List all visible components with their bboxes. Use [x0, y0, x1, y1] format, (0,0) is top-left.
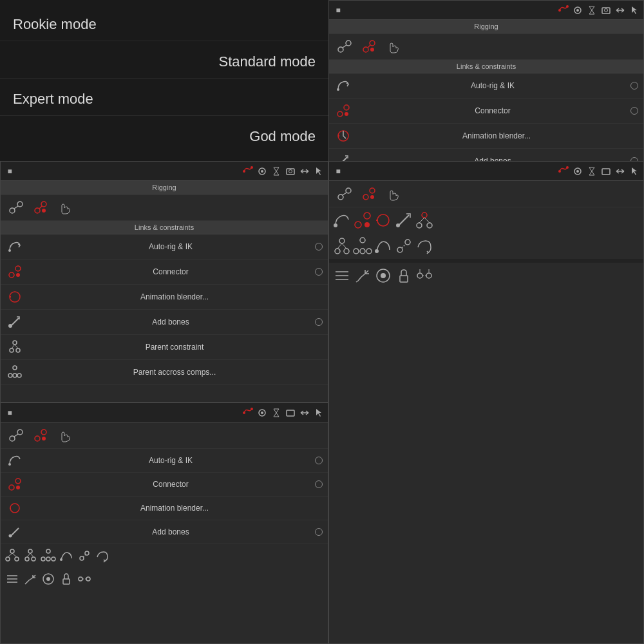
svg-point-127 — [338, 194, 343, 200]
svg-point-139 — [396, 223, 400, 227]
connector-icon-exp[interactable] — [32, 426, 50, 444]
svg-point-81 — [261, 412, 263, 414]
rig-icon-exp — [243, 408, 253, 418]
parentacross2-icon-god[interactable] — [354, 237, 372, 255]
hourglass-icon-exp — [271, 408, 281, 418]
square-icon: ■ — [333, 5, 343, 15]
rigging-header-std: Rigging — [1, 181, 328, 194]
main-container: Rookie mode Standard mode Expert mode Go… — [0, 0, 644, 644]
menu-item-addbones-std[interactable]: Add bones — [1, 310, 328, 335]
orient2-icon-god[interactable] — [415, 237, 433, 255]
expose2-icon-god[interactable] — [354, 267, 372, 285]
addlist2-icon-god[interactable] — [333, 267, 351, 285]
svg-point-118 — [46, 577, 50, 581]
menu-item-animblend-exp[interactable]: Animation blender... — [1, 497, 328, 520]
menu-item-autorig-std[interactable]: Auto-rig & IK — [1, 234, 328, 260]
autorig-icon-std — [6, 238, 24, 256]
svg-line-72 — [12, 345, 15, 348]
arrows-icon-god — [615, 166, 625, 176]
svg-rect-163 — [400, 276, 408, 282]
parentconst2-icon-god[interactable] — [333, 237, 351, 255]
pos2-icon-god[interactable] — [395, 237, 413, 255]
menu-item-animblend-tr[interactable]: Animation blender... — [329, 124, 643, 149]
zero2-icon-god[interactable] — [374, 267, 392, 285]
animblend2-icon-god[interactable] — [374, 211, 392, 229]
connector2-icon-god[interactable] — [354, 211, 372, 229]
svg-line-113 — [83, 554, 86, 557]
svg-line-73 — [15, 345, 18, 348]
svg-point-150 — [360, 238, 365, 243]
autorig-icon-god[interactable] — [333, 211, 351, 229]
cursor-icon-exp — [314, 408, 324, 418]
svg-point-120 — [79, 577, 82, 581]
connector-icon-std[interactable] — [32, 198, 50, 216]
menu-item-addbones-exp[interactable]: Add bones — [1, 520, 328, 544]
hand-icon-god[interactable] — [384, 185, 402, 203]
autoparent2-icon-god[interactable] — [415, 211, 433, 229]
path-icon-grid[interactable] — [59, 548, 74, 564]
menu-item-connector-exp[interactable]: Connector — [1, 473, 328, 497]
autoparent-icon-grid[interactable] — [5, 548, 20, 564]
svg-point-152 — [360, 249, 365, 254]
menu-item-parentacross-std[interactable]: Parent accross comps... — [1, 360, 328, 385]
links-icon-god[interactable] — [336, 185, 354, 203]
zero-icon-grid[interactable] — [41, 571, 56, 587]
hand-icon-std[interactable] — [56, 198, 74, 216]
connector-icon-tr[interactable] — [360, 37, 378, 55]
expose-icon-grid[interactable] — [23, 571, 38, 587]
svg-point-154 — [375, 249, 379, 253]
menu-item-autorig-exp[interactable]: Auto-rig & IK — [1, 449, 328, 473]
links-icon-std[interactable] — [7, 198, 25, 216]
rookie-mode[interactable]: Rookie mode — [0, 8, 328, 41]
pos-icon-grid[interactable] — [77, 548, 92, 564]
menu-item-parentconst-std[interactable]: Parent constraint — [1, 335, 328, 360]
links-icon-tr[interactable] — [336, 37, 354, 55]
connector-icon-god[interactable] — [360, 185, 378, 203]
links-constraints-header-tr: Links & constraints — [329, 60, 643, 73]
lock2-icon-god[interactable] — [395, 267, 413, 285]
standard-mode[interactable]: Standard mode — [0, 46, 328, 79]
parentacross-label-std: Parent accross comps... — [26, 368, 323, 377]
panels-bottom-left: ■ Rigging Links & — [0, 161, 328, 644]
path2-icon-god[interactable] — [374, 237, 392, 255]
svg-point-146 — [335, 249, 340, 254]
hand-icon-exp[interactable] — [56, 426, 74, 444]
menu-item-autorig-tr[interactable]: Auto-rig & IK — [329, 73, 643, 99]
svg-point-101 — [28, 549, 32, 553]
hand-icon-tr[interactable] — [384, 37, 402, 55]
svg-point-86 — [35, 436, 40, 441]
svg-point-1 — [566, 5, 569, 8]
animblend-label-std: Animation blender... — [26, 292, 323, 301]
expert-mode[interactable]: Expert mode — [0, 83, 328, 116]
lock-icon-grid[interactable] — [59, 571, 74, 587]
gear-icon-std — [257, 166, 267, 176]
addbones-label-exp: Add bones — [26, 527, 315, 536]
svg-point-59 — [41, 202, 46, 207]
addbones2-icon-god[interactable] — [395, 211, 413, 229]
menu-item-animblend-std[interactable]: Animation blender... — [1, 285, 328, 310]
hourglass-icon-god — [587, 166, 597, 176]
svg-line-144 — [424, 218, 430, 223]
parentconst-icon-grid[interactable] — [23, 548, 38, 564]
svg-point-83 — [10, 436, 15, 441]
addlist-icon-grid[interactable] — [5, 571, 20, 587]
parentacross-icon-grid[interactable] — [41, 548, 56, 564]
orient-icon-grid[interactable] — [95, 548, 110, 564]
menu-item-connector-tr[interactable]: Connector — [329, 99, 643, 124]
god-mode[interactable]: God mode — [0, 120, 328, 153]
parentconst-icon-std — [6, 338, 24, 356]
svg-line-57 — [14, 206, 18, 209]
icon-grid-god-row2 — [329, 233, 643, 259]
sepdim2-icon-god[interactable] — [415, 267, 433, 285]
camera-icon-tr — [601, 5, 611, 15]
addbones-icon-std — [6, 313, 24, 331]
svg-point-128 — [346, 188, 351, 193]
links-icon-exp[interactable] — [7, 426, 25, 444]
rig-icon-god — [558, 166, 569, 176]
svg-point-15 — [344, 105, 349, 110]
svg-line-8 — [343, 45, 346, 48]
sepdim-icon-grid[interactable] — [77, 571, 92, 587]
menu-item-connector-std[interactable]: Connector — [1, 260, 328, 285]
svg-point-55 — [10, 208, 15, 213]
connector-circle-std — [315, 268, 323, 276]
